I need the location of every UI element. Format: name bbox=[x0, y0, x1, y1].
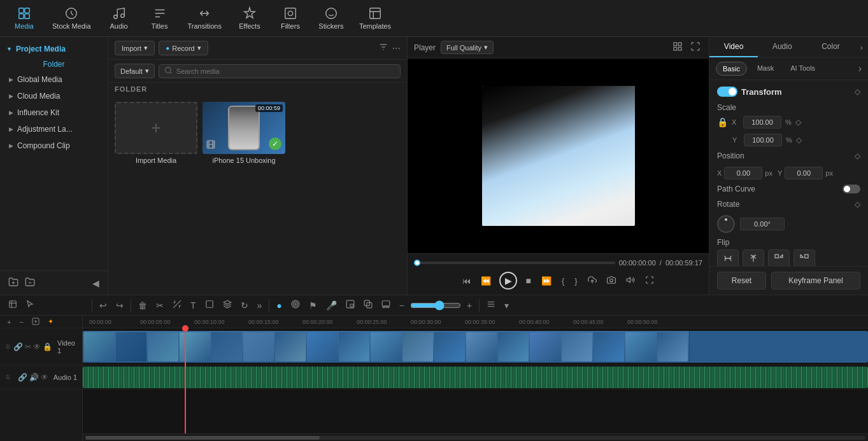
zoom-in-button[interactable]: + bbox=[464, 298, 475, 312]
video-overlay-button[interactable] bbox=[378, 298, 394, 312]
sub-tab-mask[interactable]: Mask bbox=[751, 62, 780, 76]
text-button[interactable]: T bbox=[187, 298, 199, 312]
overlay-button[interactable] bbox=[360, 298, 376, 312]
more-tools[interactable]: » bbox=[254, 298, 266, 312]
quality-select[interactable]: Full Quality ▾ bbox=[441, 41, 494, 54]
sidebar-item-project-media[interactable]: ▼ Project Media bbox=[0, 41, 108, 57]
mic-button[interactable]: 🎤 bbox=[323, 298, 340, 312]
resize-button[interactable] bbox=[643, 274, 656, 288]
cut-button[interactable]: ✂ bbox=[153, 298, 167, 312]
zoom-out-button[interactable]: − bbox=[396, 298, 408, 312]
rotate-button[interactable]: ↻ bbox=[238, 298, 252, 312]
audio-button[interactable] bbox=[624, 274, 637, 288]
filter-icon-button[interactable] bbox=[378, 42, 388, 54]
rewind-button[interactable]: ⏮ bbox=[460, 274, 473, 288]
zoom-slider[interactable] bbox=[410, 300, 461, 311]
toolbar-templates[interactable]: Templates bbox=[353, 3, 397, 34]
box-button[interactable] bbox=[202, 298, 217, 312]
toolbar-transitions[interactable]: Transitions bbox=[181, 3, 228, 34]
delete-button[interactable]: 🗑 bbox=[135, 298, 150, 312]
tab-video[interactable]: Video bbox=[709, 37, 758, 57]
remove-track-button[interactable]: − bbox=[16, 316, 26, 328]
flip-vertical-button[interactable] bbox=[717, 249, 739, 266]
path-curve-toggle[interactable] bbox=[843, 185, 860, 193]
tab-audio[interactable]: Audio bbox=[758, 37, 806, 57]
collapse-sidebar-button[interactable]: ◀ bbox=[90, 276, 101, 290]
play-button[interactable]: ▶ bbox=[499, 272, 517, 290]
more-options-button[interactable]: ··· bbox=[392, 43, 401, 54]
track-link-button[interactable]: 🔗 bbox=[13, 342, 23, 351]
step-back-button[interactable]: ⏪ bbox=[479, 274, 493, 288]
flip-btn-4[interactable] bbox=[793, 249, 815, 266]
video-clip[interactable] bbox=[83, 331, 868, 363]
scale-y-input[interactable] bbox=[744, 134, 782, 146]
ripple-button[interactable] bbox=[288, 298, 303, 312]
reset-button[interactable]: Reset bbox=[717, 272, 766, 290]
grid-view-button[interactable] bbox=[671, 39, 685, 55]
undo-button[interactable]: ↩ bbox=[96, 298, 110, 312]
add-clip-button[interactable] bbox=[29, 316, 43, 328]
flip-btn-3[interactable] bbox=[768, 249, 790, 266]
add-folder-button[interactable] bbox=[6, 275, 20, 291]
track-eye-button[interactable]: 👁 bbox=[33, 342, 41, 351]
keyframe-panel-button[interactable]: Keyframe Panel bbox=[771, 272, 860, 290]
extract-button[interactable] bbox=[586, 274, 599, 288]
track-edit-button[interactable]: ✂ bbox=[25, 342, 31, 351]
sub-tab-basic[interactable]: Basic bbox=[716, 62, 747, 76]
record-button[interactable]: ● Record ▾ bbox=[159, 41, 208, 55]
sub-tab-ai-tools[interactable]: AI Tools bbox=[784, 62, 822, 76]
redo-button[interactable]: ↪ bbox=[113, 298, 127, 312]
scrollbar-thumb[interactable] bbox=[85, 436, 320, 440]
track-lock-button[interactable]: 🔒 bbox=[43, 342, 52, 351]
scrollbar-track[interactable] bbox=[85, 436, 865, 440]
toolbar-filters[interactable]: Filters bbox=[271, 3, 309, 34]
sidebar-item-folder[interactable]: Folder bbox=[0, 57, 108, 71]
sidebar-item-compound-clip[interactable]: ▶ Compound Clip bbox=[0, 137, 108, 154]
toolbar-stock[interactable]: Stock Media bbox=[46, 3, 97, 34]
transform-toggle-switch[interactable] bbox=[717, 87, 737, 97]
iphone-video-item[interactable]: 00:00:59 ✓ iPhone 15 Unboxing bbox=[203, 102, 285, 288]
audio-clip[interactable] bbox=[83, 367, 868, 388]
flag-button[interactable]: ⚑ bbox=[306, 298, 320, 312]
preview-progress-track[interactable] bbox=[414, 262, 615, 264]
mark-out-button[interactable]: } bbox=[573, 274, 579, 288]
default-select[interactable]: Default ▾ bbox=[115, 64, 155, 78]
more-sub-tabs-button[interactable]: › bbox=[858, 62, 862, 76]
toolbar-effects[interactable]: Effects bbox=[231, 3, 269, 34]
step-forward-button[interactable]: ⏩ bbox=[539, 274, 553, 288]
more-tabs-button[interactable]: › bbox=[855, 37, 868, 57]
audio-eye-button[interactable]: 👁 bbox=[41, 373, 48, 382]
add-track-button[interactable]: + bbox=[4, 316, 14, 328]
pos-x-input[interactable] bbox=[724, 167, 762, 179]
remove-folder-button[interactable] bbox=[23, 275, 37, 291]
audio-vol-button[interactable]: 🔊 bbox=[29, 373, 39, 382]
search-input[interactable] bbox=[176, 65, 395, 78]
scene-button[interactable] bbox=[5, 298, 20, 312]
scale-y-diamond[interactable]: ◇ bbox=[796, 136, 802, 144]
rotate-diamond[interactable]: ◇ bbox=[855, 200, 860, 209]
toolbar-stickers[interactable]: Stickers bbox=[312, 3, 350, 34]
magic-button[interactable]: ✦ bbox=[45, 316, 57, 328]
position-diamond[interactable]: ◇ bbox=[855, 151, 860, 160]
color-dot-button[interactable]: ● bbox=[273, 298, 285, 312]
audio-link-button[interactable]: 🔗 bbox=[18, 373, 27, 382]
import-button[interactable]: Import ▾ bbox=[115, 41, 155, 55]
rotate-input[interactable] bbox=[740, 218, 785, 230]
paint-button[interactable] bbox=[220, 298, 235, 312]
sidebar-item-adjustment[interactable]: ▶ Adjustment La... bbox=[0, 121, 108, 137]
snapshot-button[interactable] bbox=[605, 274, 618, 288]
import-media-item[interactable]: + Import Media bbox=[115, 102, 197, 288]
crop-button[interactable] bbox=[169, 298, 185, 312]
settings-button[interactable]: ▾ bbox=[501, 298, 512, 312]
mark-in-button[interactable]: { bbox=[560, 274, 566, 288]
sidebar-item-influence-kit[interactable]: ▶ Influence Kit bbox=[0, 104, 108, 121]
toolbar-audio[interactable]: Audio bbox=[100, 3, 138, 34]
select-tool[interactable] bbox=[22, 298, 38, 312]
sidebar-item-cloud-media[interactable]: ▶ Cloud Media bbox=[0, 88, 108, 104]
toolbar-titles[interactable]: Titles bbox=[141, 3, 179, 34]
layout-button[interactable] bbox=[483, 298, 499, 312]
scale-x-input[interactable] bbox=[743, 116, 781, 129]
scale-x-diamond[interactable]: ◇ bbox=[795, 118, 801, 127]
tab-color[interactable]: Color bbox=[806, 37, 855, 57]
lock-icon[interactable]: 🔒 bbox=[717, 117, 728, 127]
